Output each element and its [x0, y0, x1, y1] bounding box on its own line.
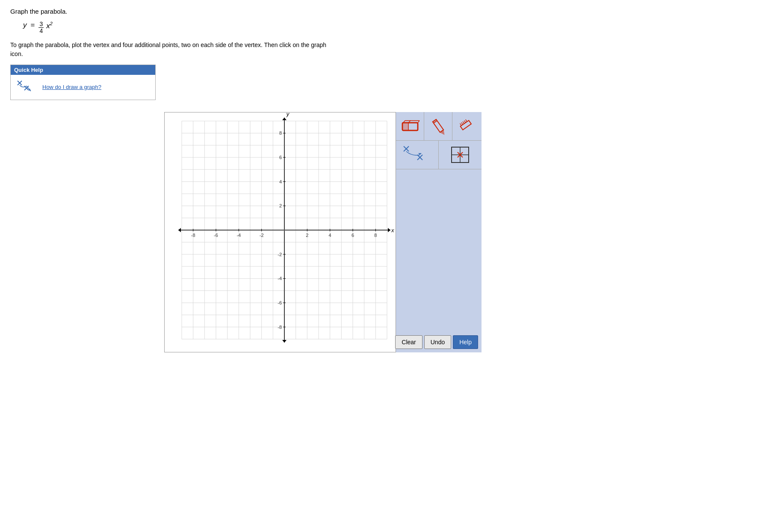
graph-wrapper[interactable]: [164, 112, 396, 352]
tools-second-row: [396, 141, 482, 169]
quick-help-body: How do I draw a graph?: [11, 75, 155, 100]
quick-help-header: Quick Help: [11, 65, 155, 75]
tools-panel: Clear Undo Help: [396, 112, 482, 352]
tools-top-row: [396, 112, 482, 141]
svg-rect-18: [461, 120, 471, 130]
point-tool-btn[interactable]: [396, 141, 439, 169]
denominator: 4: [38, 28, 44, 34]
action-buttons-container: Clear Undo Help: [396, 332, 482, 352]
svg-line-23: [466, 119, 467, 121]
eraser-tool-btn[interactable]: [396, 112, 424, 140]
svg-marker-28: [418, 153, 422, 155]
graph-canvas[interactable]: [165, 112, 396, 352]
svg-rect-7: [402, 123, 408, 130]
fraction: 3 4: [38, 21, 44, 35]
svg-line-22: [464, 121, 465, 123]
svg-marker-15: [440, 130, 446, 136]
graph-container: Clear Undo Help: [164, 112, 764, 352]
crosshair-tool-btn[interactable]: [439, 141, 482, 169]
pencil-tool-btn[interactable]: [424, 112, 452, 140]
svg-line-20: [461, 122, 463, 124]
svg-line-21: [463, 121, 464, 124]
svg-line-19: [460, 123, 461, 125]
equation-block: y = 3 4 x2: [23, 21, 764, 35]
eq-x-squared: x2: [46, 21, 53, 30]
quick-help-link[interactable]: How do I draw a graph?: [42, 84, 101, 90]
problem-title: Graph the parabola.: [10, 8, 764, 15]
help-button[interactable]: Help: [453, 335, 478, 349]
clear-button[interactable]: Clear: [395, 335, 422, 349]
numerator: 3: [38, 21, 44, 28]
quick-help-box: Quick Help How do I draw a graph?: [10, 65, 156, 100]
eq-equals: =: [31, 21, 35, 30]
tools-bottom: [396, 169, 482, 352]
ruler-tool-btn[interactable]: [452, 112, 481, 140]
instructions: To graph the parabola, plot the vertex a…: [10, 41, 335, 59]
eq-y: y: [23, 21, 27, 30]
undo-button[interactable]: Undo: [424, 335, 451, 349]
quick-help-icon: [16, 79, 36, 95]
